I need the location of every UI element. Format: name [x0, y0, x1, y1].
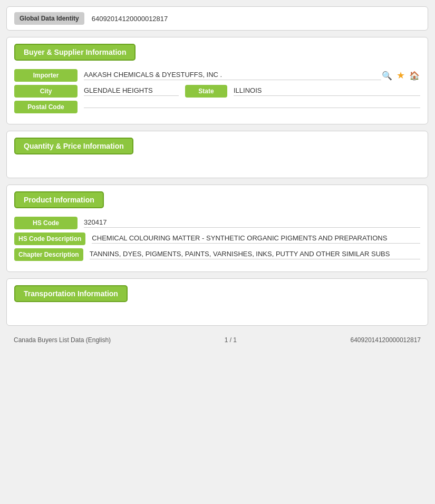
quantity-price-content — [7, 160, 428, 170]
importer-value: AAKASH CHEMICALS & DYESTUFFS, INC . — [84, 71, 381, 80]
buyer-supplier-section: Buyer & Supplier Information Importer AA… — [6, 37, 428, 124]
postal-label: Postal Code — [14, 101, 78, 113]
hs-desc-row: HS Code Description CHEMICAL COLOURING M… — [14, 232, 420, 245]
importer-label: Importer — [14, 69, 78, 82]
quantity-price-header: Quantity & Price Information — [14, 138, 133, 154]
star-icon[interactable]: ★ — [395, 70, 407, 81]
global-id-value: 64092014120000012817 — [92, 15, 168, 23]
postal-row: Postal Code — [14, 101, 420, 113]
city-state-row: City GLENDALE HEIGHTS State ILLINOIS — [14, 85, 420, 98]
postal-value — [84, 106, 420, 108]
state-value: ILLINOIS — [234, 86, 420, 96]
chapter-desc-row: Chapter Description TANNINS, DYES, PIGME… — [14, 248, 420, 261]
search-icon[interactable]: 🔍 — [381, 70, 393, 81]
hs-desc-value: CHEMICAL COLOURING MATTER - SYNTHETIC OR… — [92, 234, 420, 244]
footer-left: Canada Buyers List Data (English) — [14, 336, 111, 344]
importer-icons: 🔍 ★ 🏠 — [381, 70, 420, 81]
importer-row: Importer AAKASH CHEMICALS & DYESTUFFS, I… — [14, 69, 420, 82]
quantity-price-section: Quantity & Price Information — [6, 131, 428, 178]
city-value: GLENDALE HEIGHTS — [84, 86, 179, 96]
transport-content — [7, 307, 428, 318]
city-label: City — [14, 85, 78, 98]
transport-section: Transportation Information — [6, 278, 428, 326]
buyer-supplier-header: Buyer & Supplier Information — [14, 44, 136, 61]
home-icon[interactable]: 🏠 — [409, 70, 420, 81]
chapter-value: TANNINS, DYES, PIGMENTS, PAINTS, VARNISH… — [90, 250, 420, 259]
footer-row: Canada Buyers List Data (English) 1 / 1 … — [6, 332, 428, 348]
footer-center: 1 / 1 — [225, 336, 237, 344]
hs-code-row: HS Code 320417 — [14, 217, 420, 229]
global-id-label: Global Data Identity — [14, 12, 84, 25]
product-section: Product Information HS Code 320417 HS Co… — [6, 185, 428, 272]
global-id-row: Global Data Identity 6409201412000001281… — [6, 6, 428, 31]
hs-code-label: HS Code — [14, 217, 78, 229]
page-wrapper: Global Data Identity 6409201412000001281… — [6, 6, 428, 348]
footer-right: 64092014120000012817 — [351, 336, 421, 344]
chapter-label: Chapter Description — [14, 248, 83, 261]
state-label: State — [185, 85, 227, 98]
transport-header: Transportation Information — [14, 285, 128, 302]
hs-code-value: 320417 — [84, 218, 420, 228]
hs-desc-label: HS Code Description — [14, 232, 85, 245]
product-header: Product Information — [14, 191, 104, 208]
